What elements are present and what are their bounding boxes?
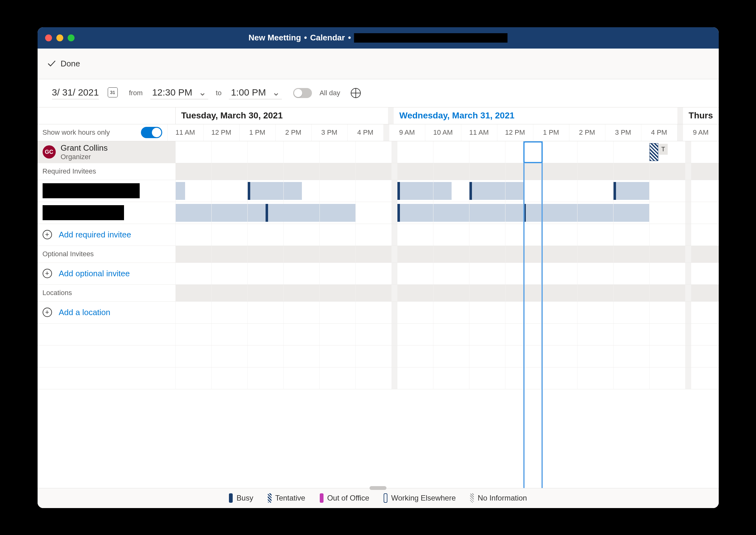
day-header-row: Tuesday, March 30, 2021 Wednesday, March…	[38, 107, 719, 124]
legend: Busy Tentative Out of Office Working Els…	[38, 488, 719, 508]
hour-cell: 1 PM	[533, 124, 569, 141]
done-button[interactable]: Done	[47, 59, 80, 69]
work-hours-toggle[interactable]	[141, 127, 162, 138]
hour-cell: 2 PM	[569, 124, 605, 141]
title-account-redacted	[354, 33, 508, 42]
checkmark-icon	[47, 59, 56, 68]
legend-working-elsewhere: Working Elsewhere	[384, 493, 456, 503]
from-label: from	[129, 89, 143, 97]
hour-cell: 12 PM	[497, 124, 533, 141]
add-required-row[interactable]: + Add required invitee	[38, 224, 719, 246]
calendar-icon[interactable]: 31	[108, 87, 118, 98]
title-meeting: New Meetting	[248, 33, 301, 42]
end-time-select[interactable]: 1:00 PM ⌄	[229, 87, 282, 99]
add-location-row[interactable]: + Add a location	[38, 302, 719, 324]
hour-cell: 9 AM	[683, 124, 719, 141]
close-window-button[interactable]	[45, 35, 52, 42]
start-time-select[interactable]: 12:30 PM ⌄	[150, 87, 208, 99]
legend-busy: Busy	[229, 493, 253, 503]
timezone-icon[interactable]	[351, 88, 361, 98]
plus-icon: +	[42, 308, 52, 317]
all-day-toggle[interactable]	[293, 88, 312, 98]
hour-cell: 10 AM	[425, 124, 461, 141]
day-header-wed: Wednesday, March 31, 2021	[394, 107, 677, 124]
hour-cell: 11 AM	[167, 124, 203, 141]
datetime-bar: 3/ 31/ 2021 31 from 12:30 PM ⌄ to 1:00 P…	[38, 79, 719, 107]
locations-section-header: Locations	[38, 285, 719, 302]
day-header-tue: Tuesday, March 30, 2021	[175, 107, 388, 124]
tentative-event[interactable]	[650, 143, 658, 161]
date-field[interactable]: 3/ 31/ 2021	[52, 87, 99, 99]
organizer-row: GC Grant Collins Organizer T	[38, 141, 719, 163]
toolbar: Done	[38, 48, 719, 79]
add-optional-row[interactable]: + Add optional invitee	[38, 263, 719, 285]
organizer-role: Organizer	[61, 153, 108, 161]
horizontal-scroll-handle[interactable]	[370, 486, 386, 488]
selection-start-line	[523, 141, 524, 488]
hour-cell: 12 PM	[203, 124, 239, 141]
work-hours-label: Show work hours only	[42, 128, 110, 137]
empty-row	[38, 367, 719, 389]
schedule-grid[interactable]: GC Grant Collins Organizer T	[38, 141, 719, 488]
done-label: Done	[61, 59, 80, 69]
window-controls	[45, 35, 74, 42]
optional-section-header: Optional Invitees	[38, 246, 719, 263]
hour-cell: 11 AM	[461, 124, 497, 141]
all-day-label: All day	[320, 89, 340, 97]
add-location-link: Add a location	[59, 308, 111, 317]
invitee-row	[38, 202, 719, 224]
legend-no-information: No Information	[470, 493, 527, 503]
hour-cell: 1 PM	[239, 124, 275, 141]
selection-end-line	[542, 141, 543, 488]
hour-cell: 4 PM	[641, 124, 677, 141]
empty-row	[38, 324, 719, 346]
hour-cell: 9 AM	[389, 124, 425, 141]
hour-header-row: Show work hours only 11 AM 12 PM 1 PM 2 …	[38, 124, 719, 141]
plus-icon: +	[42, 269, 52, 278]
titlebar: New Meetting • Calendar •	[38, 27, 719, 48]
legend-out-of-office: Out of Office	[320, 493, 369, 503]
chevron-down-icon: ⌄	[199, 87, 207, 98]
to-label: to	[216, 89, 221, 97]
invitee-row	[38, 180, 719, 202]
invitee-name-redacted	[42, 205, 124, 220]
hour-cell: 3 PM	[605, 124, 641, 141]
busy-event[interactable]	[613, 182, 650, 200]
fullscreen-window-button[interactable]	[68, 35, 74, 42]
title-section: Calendar	[310, 33, 345, 42]
required-section-header: Required Invitees	[38, 163, 719, 180]
chevron-down-icon: ⌄	[272, 87, 280, 98]
scheduling-assistant-window: New Meetting • Calendar • Done 3/ 31/ 20…	[38, 27, 719, 508]
empty-row	[38, 346, 719, 367]
hour-cell: 3 PM	[311, 124, 347, 141]
minimize-window-button[interactable]	[56, 35, 63, 42]
avatar: GC	[42, 145, 56, 158]
legend-tentative: Tentative	[268, 493, 305, 503]
hour-cell: 4 PM	[347, 124, 383, 141]
tentative-label: T	[659, 144, 668, 155]
day-header-thu: Thurs	[683, 107, 719, 124]
plus-icon: +	[42, 230, 52, 239]
invitee-name-redacted	[42, 183, 140, 198]
add-optional-link: Add optional invitee	[59, 269, 130, 278]
window-title: New Meetting • Calendar •	[248, 33, 507, 42]
organizer-name: Grant Collins	[61, 143, 108, 153]
hour-cell: 2 PM	[275, 124, 311, 141]
add-required-link: Add required invitee	[59, 230, 131, 239]
